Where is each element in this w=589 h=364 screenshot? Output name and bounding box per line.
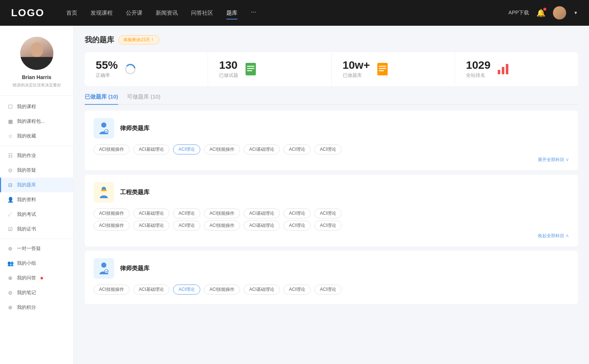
doc-icon: ☄ [7, 211, 13, 217]
done-banks-number: 10w+ [343, 60, 370, 71]
tag[interactable]: ACI理论 [314, 285, 342, 295]
nav-link-home[interactable]: 首页 [66, 8, 77, 18]
tag[interactable]: ACI技能操作 [204, 221, 240, 231]
nav-right: APP下载 🔔 ▼ [508, 6, 578, 19]
nav-link-qbank[interactable]: 题库 [226, 8, 237, 18]
sidebar-item-qbank[interactable]: ⊟ 我的题库 [0, 178, 73, 192]
bar-icon: ▦ [7, 118, 13, 124]
sidebar-item-label: 一对一答疑 [17, 245, 41, 252]
sidebar-item-favorites[interactable]: ☆ 我的收藏 [0, 129, 73, 143]
tag[interactable]: ACI基础理论 [244, 144, 280, 154]
sidebar-divider [0, 146, 73, 146]
tag[interactable]: ACI理论 [283, 208, 311, 218]
done-questions-number: 130 [219, 60, 238, 71]
sidebar-item-label: 我的资料 [17, 196, 36, 203]
user-icon: 👤 [7, 197, 13, 203]
qbank-title-2: 律师类题库 [120, 265, 149, 272]
qa-icon: ⊕ [7, 275, 13, 281]
tag[interactable]: ACI基础理论 [244, 285, 280, 295]
tag[interactable]: ACI基础理论 [133, 208, 169, 218]
svg-rect-6 [377, 63, 388, 75]
tag[interactable]: ACI基础理论 [244, 221, 280, 231]
edit-icon: ☷ [7, 153, 13, 158]
tags-row-3: ACI技能操作 ACI基础理论 ACI理论 ACI技能操作 ACI基础理论 AC… [94, 285, 569, 295]
tag[interactable]: ACI理论 [314, 208, 342, 218]
svg-point-14 [105, 129, 108, 133]
sidebar-item-my-courses[interactable]: ☐ 我的课程 [0, 99, 73, 114]
tag[interactable]: ACI技能操作 [94, 144, 130, 154]
nav-link-news[interactable]: 新闻资讯 [156, 8, 178, 18]
tags-row-2: ACI技能操作 ACI基础理论 ACI理论 ACI技能操作 ACI基础理论 AC… [94, 221, 569, 231]
nav-link-discover[interactable]: 发现课程 [91, 8, 113, 18]
sidebar-item-label: 我的作业 [17, 152, 36, 159]
sidebar-item-one-on-one[interactable]: ⊚ 一对一答疑 [0, 241, 73, 256]
notification-bell[interactable]: 🔔 [536, 8, 546, 17]
notification-dot [543, 8, 546, 11]
sidebar-item-notes[interactable]: ⊘ 我的笔记 [0, 285, 73, 300]
stat-site-rank: 1029 全站排名 [455, 52, 578, 86]
sidebar-item-certificate[interactable]: ☑ 我的证书 [0, 222, 73, 236]
svg-rect-3 [247, 66, 254, 67]
pie-chart-icon [124, 63, 137, 76]
sidebar-profile: Brian Harris 错误的决定比没有决定要好 [0, 26, 73, 96]
sidebar-item-label: 我的收藏 [17, 133, 36, 139]
tag[interactable]: ACI技能操作 [94, 221, 130, 231]
tab-available[interactable]: 可做题库 (10) [127, 93, 161, 104]
tag[interactable]: ACI理论 [283, 144, 311, 154]
tag[interactable]: ACI理论 [283, 221, 311, 231]
app-download-button[interactable]: APP下载 [508, 10, 529, 16]
done-banks-label: 已做题库 [343, 72, 370, 79]
avatar[interactable] [553, 6, 566, 19]
sidebar: Brian Harris 错误的决定比没有决定要好 ☐ 我的课程 ▦ 我的课程包… [0, 26, 74, 364]
tag[interactable]: ACI理论 [173, 208, 200, 218]
chat-icon: ⊚ [7, 246, 13, 251]
tab-done[interactable]: 已做题库 (10) [85, 93, 118, 104]
orange-doc-icon [376, 63, 389, 76]
nav-more[interactable]: ··· [251, 8, 256, 18]
tag[interactable]: ACI技能操作 [204, 285, 240, 295]
svg-rect-11 [502, 67, 504, 74]
tag[interactable]: ACI基础理论 [244, 208, 280, 218]
page-header: 我的题库 体验剩余23天！ [85, 35, 578, 45]
sidebar-item-homework[interactable]: ☷ 我的作业 [0, 148, 73, 163]
qbank-card-lawyer2: 律师类题库 ACI技能操作 ACI基础理论 ACI理论 ACI技能操作 ACI基… [85, 251, 578, 304]
sidebar-item-group[interactable]: 👥 我的小组 [0, 256, 73, 271]
rank-number: 1029 [466, 60, 491, 71]
tag[interactable]: ACI技能操作 [94, 285, 130, 295]
score-icon: ⊛ [7, 304, 13, 310]
file-icon: ☐ [7, 104, 13, 110]
svg-rect-12 [506, 64, 508, 74]
collapse-link[interactable]: 收起全部科目 ∧ [94, 233, 569, 239]
tag[interactable]: ACI理论 [314, 221, 342, 231]
tags-row: ACI技能操作 ACI基础理论 ACI理论 ACI技能操作 ACI基础理论 AC… [94, 144, 569, 154]
navbar: LOGO 首页 发现课程 公开课 新闻资讯 问答社区 题库 ··· APP下载 … [0, 0, 589, 26]
qbank-title: 工程类题库 [120, 189, 149, 196]
bar-chart-icon [497, 63, 510, 76]
tag-active[interactable]: ACI理论 [173, 285, 200, 295]
tag[interactable]: ACI理论 [314, 144, 342, 154]
tag[interactable]: ACI技能操作 [94, 208, 130, 218]
chevron-down-icon[interactable]: ▼ [574, 10, 578, 15]
expand-link[interactable]: 展开全部科目 ∨ [94, 157, 569, 163]
sidebar-item-my-qa[interactable]: ⊕ 我的问答 [0, 271, 73, 285]
tag[interactable]: ACI基础理论 [133, 285, 169, 295]
tag[interactable]: ACI技能操作 [204, 208, 240, 218]
sidebar-item-course-package[interactable]: ▦ 我的课程包... [0, 114, 73, 129]
nav-link-open[interactable]: 公开课 [126, 8, 142, 18]
tag[interactable]: ACI基础理论 [133, 144, 169, 154]
tags-row-1: ACI技能操作 ACI基础理论 ACI理论 ACI技能操作 ACI基础理论 AC… [94, 208, 569, 218]
tag-active[interactable]: ACI理论 [173, 144, 200, 154]
svg-point-13 [101, 122, 106, 128]
sidebar-item-profile[interactable]: 👤 我的资料 [0, 192, 73, 207]
sidebar-item-points[interactable]: ⊛ 我的积分 [0, 300, 73, 315]
tag[interactable]: ACI技能操作 [204, 144, 240, 154]
sidebar-item-questions[interactable]: ⊙ 我的答疑 [0, 163, 73, 178]
tag[interactable]: ACI理论 [173, 221, 200, 231]
lawyer-icon-2 [94, 258, 114, 279]
tag[interactable]: ACI基础理论 [133, 221, 169, 231]
tag[interactable]: ACI理论 [283, 285, 311, 295]
nav-link-qa[interactable]: 问答社区 [191, 8, 213, 18]
stat-done-banks: 10w+ 已做题库 [332, 52, 455, 86]
stat-done-questions: 130 已做试题 [208, 52, 331, 86]
sidebar-item-exam[interactable]: ☄ 我的考试 [0, 207, 73, 222]
